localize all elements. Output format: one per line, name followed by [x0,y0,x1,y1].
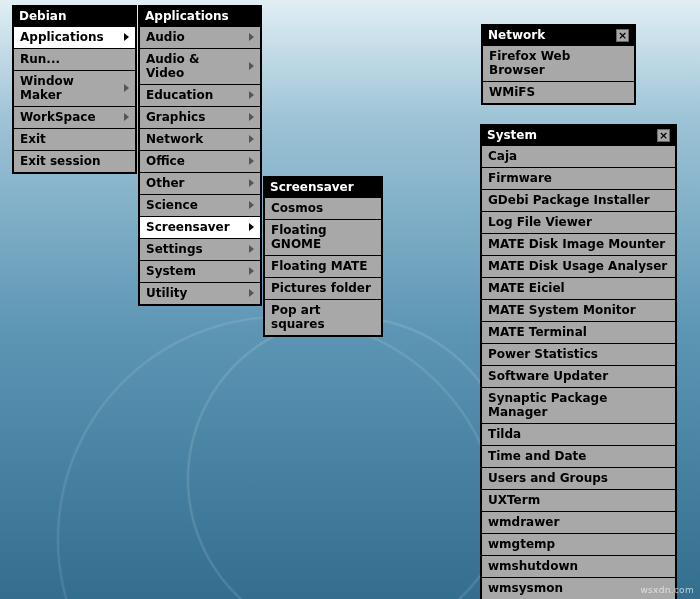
menu-item-label: Exit [20,132,46,146]
menu-item-debian-0[interactable]: Applications [13,26,136,49]
menu-item-applications-6[interactable]: Other [139,172,261,195]
menu-item-applications-7[interactable]: Science [139,194,261,217]
menu-item-network-1[interactable]: WMiFS [482,81,635,104]
menu-screensaver-title[interactable]: Screensaver [264,177,382,198]
menu-item-applications-9[interactable]: Settings [139,238,261,261]
menu-item-label: MATE Disk Image Mounter [488,237,665,251]
menu-item-debian-3[interactable]: WorkSpace [13,106,136,129]
close-icon[interactable]: × [657,129,670,142]
menu-item-applications-3[interactable]: Graphics [139,106,261,129]
watermark: wsxdn.com [640,585,694,595]
menu-title-label: Applications [145,9,229,23]
menu-item-label: Settings [146,242,203,256]
menu-item-system-10[interactable]: Software Updater [481,365,676,388]
menu-applications-title[interactable]: Applications [139,6,261,27]
menu-item-system-17[interactable]: wmgtemp [481,533,676,556]
menu-item-system-12[interactable]: Tilda [481,423,676,446]
menu-item-label: Power Statistics [488,347,598,361]
menu-item-debian-1[interactable]: Run... [13,48,136,71]
submenu-arrow-icon [249,289,254,297]
menu-item-label: Firmware [488,171,552,185]
menu-item-system-7[interactable]: MATE System Monitor [481,299,676,322]
menu-item-label: Pop art squares [271,303,375,331]
menu-applications[interactable]: Applications AudioAudio & VideoEducation… [138,5,262,306]
menu-item-label: Other [146,176,185,190]
menu-item-system-16[interactable]: wmdrawer [481,511,676,534]
menu-debian-title[interactable]: Debian [13,6,136,27]
menu-item-label: MATE Eiciel [488,281,565,295]
submenu-arrow-icon [249,33,254,41]
menu-item-network-0[interactable]: Firefox Web Browser [482,45,635,82]
submenu-arrow-icon [249,201,254,209]
menu-item-label: Utility [146,286,187,300]
menu-item-label: wmgtemp [488,537,555,551]
menu-item-label: Users and Groups [488,471,608,485]
menu-item-system-9[interactable]: Power Statistics [481,343,676,366]
menu-item-screensaver-0[interactable]: Cosmos [264,197,382,220]
menu-item-label: Caja [488,149,517,163]
menu-item-debian-4[interactable]: Exit [13,128,136,151]
menu-item-label: wmshutdown [488,559,578,573]
menu-item-applications-0[interactable]: Audio [139,26,261,49]
menu-title-label: Screensaver [270,180,354,194]
menu-item-screensaver-3[interactable]: Pictures folder [264,277,382,300]
menu-item-system-4[interactable]: MATE Disk Image Mounter [481,233,676,256]
menu-debian[interactable]: Debian ApplicationsRun...Window MakerWor… [12,5,137,174]
menu-item-applications-10[interactable]: System [139,260,261,283]
menu-item-label: UXTerm [488,493,540,507]
menu-system-title[interactable]: System × [481,125,676,146]
menu-title-label: Debian [19,9,66,23]
menu-item-debian-5[interactable]: Exit session [13,150,136,173]
submenu-arrow-icon [249,223,254,231]
menu-item-label: Firefox Web Browser [489,49,628,77]
menu-item-system-2[interactable]: GDebi Package Installer [481,189,676,212]
menu-title-label: Network [488,28,545,42]
menu-item-system-14[interactable]: Users and Groups [481,467,676,490]
menu-item-debian-2[interactable]: Window Maker [13,70,136,107]
menu-item-system-3[interactable]: Log File Viewer [481,211,676,234]
submenu-arrow-icon [249,62,254,70]
submenu-arrow-icon [124,113,129,121]
menu-item-screensaver-4[interactable]: Pop art squares [264,299,382,336]
menu-screensaver[interactable]: Screensaver CosmosFloating GNOMEFloating… [263,176,383,337]
menu-item-system-13[interactable]: Time and Date [481,445,676,468]
menu-item-label: System [146,264,196,278]
menu-item-applications-8[interactable]: Screensaver [139,216,261,239]
menu-item-label: Time and Date [488,449,586,463]
menu-item-applications-5[interactable]: Office [139,150,261,173]
menu-item-system-11[interactable]: Synaptic Package Manager [481,387,676,424]
menu-item-applications-11[interactable]: Utility [139,282,261,305]
menu-item-label: Education [146,88,213,102]
menu-item-screensaver-2[interactable]: Floating MATE [264,255,382,278]
menu-item-label: Audio & Video [146,52,241,80]
menu-item-system-15[interactable]: UXTerm [481,489,676,512]
menu-item-label: Screensaver [146,220,230,234]
close-icon[interactable]: × [616,29,629,42]
menu-item-applications-4[interactable]: Network [139,128,261,151]
menu-item-label: Exit session [20,154,100,168]
submenu-arrow-icon [249,157,254,165]
menu-item-label: Graphics [146,110,205,124]
menu-item-label: Tilda [488,427,521,441]
menu-item-system-8[interactable]: MATE Terminal [481,321,676,344]
menu-network-title[interactable]: Network × [482,25,635,46]
menu-item-label: wmdrawer [488,515,559,529]
menu-system[interactable]: System × CajaFirmwareGDebi Package Insta… [480,124,677,599]
submenu-arrow-icon [249,245,254,253]
submenu-arrow-icon [124,84,129,92]
menu-item-system-6[interactable]: MATE Eiciel [481,277,676,300]
menu-item-system-0[interactable]: Caja [481,145,676,168]
menu-item-applications-2[interactable]: Education [139,84,261,107]
menu-item-system-1[interactable]: Firmware [481,167,676,190]
menu-item-system-18[interactable]: wmshutdown [481,555,676,578]
menu-item-label: WorkSpace [20,110,96,124]
menu-item-screensaver-1[interactable]: Floating GNOME [264,219,382,256]
menu-network[interactable]: Network × Firefox Web BrowserWMiFS [481,24,636,105]
menu-item-label: MATE Terminal [488,325,587,339]
menu-item-label: WMiFS [489,85,535,99]
menu-item-label: Software Updater [488,369,608,383]
menu-item-system-5[interactable]: MATE Disk Usage Analyser [481,255,676,278]
menu-item-label: GDebi Package Installer [488,193,650,207]
submenu-arrow-icon [249,91,254,99]
menu-item-applications-1[interactable]: Audio & Video [139,48,261,85]
